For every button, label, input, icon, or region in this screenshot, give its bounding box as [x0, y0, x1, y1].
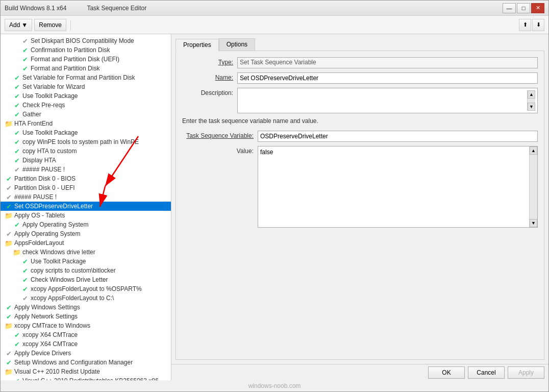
tree-item[interactable]: 📁Apply OS - Tablets	[1, 211, 171, 220]
variable-input[interactable]	[258, 131, 538, 142]
add-arrow-icon: ▼	[21, 21, 28, 29]
tree-item[interactable]: ✔copy scripts to custom\bitlocker	[1, 266, 171, 275]
tree-item[interactable]: ✔Confirmation to Partition Disk	[1, 45, 171, 55]
tree-item[interactable]: ✔Use Toolkit Package	[1, 91, 171, 101]
tree-item[interactable]: 📁Visual C++ 2010 Redist Update	[1, 367, 171, 376]
tree-item[interactable]: 📁check Windows drive letter	[1, 248, 171, 257]
tree-item-label: HTA FrontEnd	[14, 120, 53, 127]
tree-item-label: Visual C++ 2010 Redistributables KB25650…	[22, 377, 159, 380]
description-label: Description:	[182, 88, 233, 96]
ok-button[interactable]: OK	[428, 366, 465, 379]
type-row: Type: Set Task Sequence Variable	[182, 57, 538, 68]
tree-item-label: Set OSDPreserveDriveLetter	[14, 203, 93, 210]
tree-item[interactable]: ✔Apply Network Settings	[1, 312, 171, 321]
right-panel: Properties Options Type: Set Task Sequen…	[171, 34, 548, 380]
left-panel-wrapper: ✔Set Diskpart BIOS Compatibility Mode✔Co…	[1, 34, 171, 380]
tree-item-label: Apply OS - Tablets	[14, 212, 65, 219]
tree-item[interactable]: ✔Apply Windows Settings	[1, 303, 171, 312]
toolbar-icon-btn-2[interactable]: ⬇	[532, 19, 544, 31]
tree-item-label: Partition Disk 0 - UEFI	[14, 184, 75, 191]
variable-row: Task Sequence Variable:	[182, 131, 538, 142]
type-value: Set Task Sequence Variable	[237, 57, 538, 68]
tree-item[interactable]: ✔Use Toolkit Package	[1, 257, 171, 266]
add-button[interactable]: Add ▼	[5, 19, 32, 31]
remove-label: Remove	[39, 21, 62, 29]
tabs: Properties Options	[171, 34, 548, 51]
tree-item[interactable]: 📁xcopy CMTrace to Windows	[1, 321, 171, 330]
tree-item-label: Setup Windows and Configuration Manager	[14, 359, 133, 366]
bottom-bar: OK Cancel Apply	[171, 364, 548, 380]
minimize-button[interactable]: —	[503, 3, 516, 13]
name-input[interactable]	[237, 72, 538, 84]
value-scroll-up[interactable]: ▲	[530, 146, 537, 155]
tree-item[interactable]: ✔Display HTA	[1, 156, 171, 165]
folder-icon: 📁	[5, 368, 13, 376]
tree-item[interactable]: ✔xcopy X64 CMTrace	[1, 330, 171, 339]
description-row: Description: ▲ ▼	[182, 88, 538, 113]
green-check-icon: ✔	[21, 276, 29, 284]
tree-item[interactable]: ✔##### PAUSE !	[1, 192, 171, 202]
green-check-icon: ✔	[13, 110, 21, 118]
value-scrollbar[interactable]: ▲ ▼	[529, 146, 537, 227]
scroll-track	[528, 99, 535, 103]
green-check-icon: ✔	[13, 331, 21, 339]
tree-item[interactable]: ✔Partition Disk 0 - BIOS	[1, 174, 171, 183]
tree-item[interactable]: ✔Apply Operating System	[1, 220, 171, 229]
tree-item[interactable]: ✔copy WinPE tools to system path in WinP…	[1, 137, 171, 146]
tree-item[interactable]: ✔Format and Partition Disk (UEFI)	[1, 55, 171, 64]
green-check-icon: ✔	[13, 147, 21, 155]
remove-button[interactable]: Remove	[34, 19, 66, 31]
tree-item[interactable]: ✔Set Variable for Format and Partition D…	[1, 73, 171, 82]
apply-button[interactable]: Apply	[508, 366, 544, 379]
value-label: Value:	[182, 146, 254, 155]
gray-check-icon: ✔	[21, 37, 29, 45]
green-check-icon: ✔	[5, 312, 13, 321]
tree-item[interactable]: ✔xcopy AppsFolderLayout to C:\	[1, 293, 171, 303]
close-button[interactable]: ✕	[531, 3, 544, 13]
tree-item[interactable]: ✔Set Diskpart BIOS Compatibility Mode	[1, 36, 171, 45]
tree-item[interactable]: ✔Check Windows Drive Letter	[1, 275, 171, 284]
tab-options[interactable]: Options	[219, 38, 255, 51]
tree-item-label: ##### PAUSE !	[22, 166, 65, 173]
tree-item[interactable]: ✔Apply Operating System	[1, 229, 171, 238]
description-scrollbar[interactable]: ▲ ▼	[527, 90, 535, 111]
tree-item[interactable]: ✔Apply Device Drivers	[1, 349, 171, 358]
tree-item[interactable]: ✔##### PAUSE !	[1, 165, 171, 174]
tree-item-label: Use Toolkit Package	[31, 258, 86, 265]
value-textarea[interactable]: false	[258, 146, 529, 227]
tree-item[interactable]: 📁AppsFolderLayout	[1, 238, 171, 248]
green-check-icon: ✔	[5, 303, 13, 311]
tree-item[interactable]: ✔copy HTA to custom	[1, 146, 171, 156]
scroll-down-arrow[interactable]: ▼	[528, 103, 535, 111]
tree-item[interactable]: ✔Format and Partition Disk	[1, 64, 171, 73]
green-check-icon: ✔	[13, 129, 21, 137]
tree-item[interactable]: ✔Use Toolkit Package	[1, 128, 171, 137]
tab-content: Type: Set Task Sequence Variable Name: D…	[176, 51, 544, 360]
tree-item-label: Use Toolkit Package	[22, 92, 78, 100]
green-check-icon: ✔	[13, 156, 21, 164]
tree-item[interactable]: ✔Gather	[1, 110, 171, 119]
tab-properties[interactable]: Properties	[176, 39, 219, 51]
maximize-button[interactable]: □	[517, 3, 530, 13]
tree-item[interactable]: ✔Check Pre-reqs	[1, 101, 171, 110]
green-check-icon: ✔	[5, 358, 13, 366]
tree-item[interactable]: ✔Set Variable for Wizard	[1, 82, 171, 91]
tree-item[interactable]: ✔Visual C++ 2010 Redistributables KB2565…	[1, 376, 171, 380]
tree-item[interactable]: ✔Set OSDPreserveDriveLetter	[1, 202, 171, 211]
cancel-button[interactable]: Cancel	[468, 366, 505, 379]
tree-item[interactable]: 📁HTA FrontEnd	[1, 119, 171, 128]
tree-item-label: Confirmation to Partition Disk	[31, 46, 110, 54]
toolbar-icon-btn-1[interactable]: ⬆	[519, 19, 531, 31]
tree-container[interactable]: ✔Set Diskpart BIOS Compatibility Mode✔Co…	[1, 34, 171, 380]
description-textarea[interactable]	[240, 90, 527, 111]
tree-item-label: Set Variable for Format and Partition Di…	[22, 74, 135, 81]
gray-check-icon: ✔	[5, 349, 13, 357]
tree-item[interactable]: ✔Partition Disk 0 - UEFI	[1, 183, 171, 192]
tree-item-label: copy HTA to custom	[22, 148, 77, 155]
gray-check-icon: ✔	[13, 165, 21, 174]
value-scroll-down[interactable]: ▼	[530, 219, 537, 227]
scroll-up-arrow[interactable]: ▲	[528, 90, 535, 99]
tree-item[interactable]: ✔xcopy AppsFolderLayout to %OSPART%	[1, 284, 171, 293]
tree-item[interactable]: ✔Setup Windows and Configuration Manager	[1, 358, 171, 367]
tree-item[interactable]: ✔xcopy X64 CMTrace	[1, 339, 171, 349]
